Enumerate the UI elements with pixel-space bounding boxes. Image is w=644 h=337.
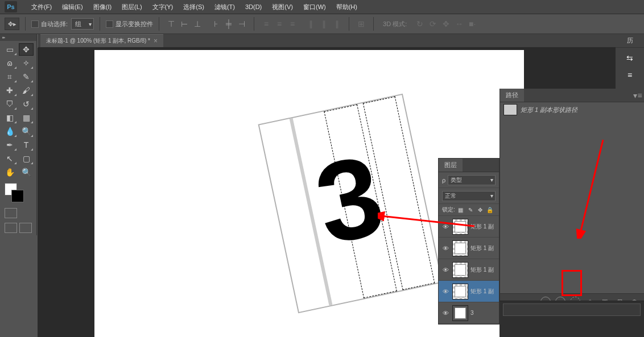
marquee-tool[interactable]: ▭ <box>2 43 17 56</box>
menu-view[interactable]: 视图(V) <box>267 3 298 11</box>
align-top-icon[interactable]: ⊤ <box>165 18 177 30</box>
blend-mode-dropdown[interactable]: 正常 <box>442 191 496 201</box>
hand-tool[interactable]: ✋ <box>2 166 17 178</box>
layer-visibility-icon[interactable]: 👁 <box>441 265 450 274</box>
layer-item[interactable]: 👁矩形 1 副 <box>439 238 499 259</box>
align-bottom-icon[interactable]: ⊥ <box>191 18 204 30</box>
clone-stamp-tool[interactable]: ⛉ <box>2 98 17 110</box>
healing-brush-tool[interactable]: ✚ <box>2 84 17 97</box>
menu-file[interactable]: 文件(F) <box>26 3 57 11</box>
layer-item[interactable]: 👁矩形 1 副 <box>439 259 499 281</box>
paths-panel: 路径 ▾≡ 矩形 1 副本形状路径 ● ○ ◇ ▣ ⊞ 🗑 <box>499 89 644 337</box>
menu-filter[interactable]: 滤镜(T) <box>209 3 240 11</box>
type-tool[interactable]: T <box>19 139 34 151</box>
show-transform-checkbox[interactable]: 显示变换控件 <box>106 20 153 28</box>
distribute-left-icon: ∥ <box>304 18 317 30</box>
screenmode-alt-icon[interactable] <box>19 223 32 233</box>
layers-mini-icon[interactable]: ≡ <box>623 68 637 82</box>
layer-item[interactable]: 👁矩形 1 副 <box>439 281 499 302</box>
3d-orbit-icon: ↻ <box>414 18 426 30</box>
color-swatches[interactable] <box>0 181 36 206</box>
align-group: ⊤ ⊢ ⊥ ⊦ ╪ ⊣ <box>165 18 248 30</box>
layer-visibility-icon[interactable]: 👁 <box>441 222 450 231</box>
eraser-tool[interactable]: ◧ <box>2 111 17 124</box>
auto-align-icon: ⊞ <box>355 18 368 30</box>
layer-item[interactable]: 👁矩形 1 副 <box>439 216 499 238</box>
auto-select-target-dropdown[interactable]: 组 <box>71 18 94 30</box>
blur-tool[interactable]: 💧 <box>2 125 17 138</box>
layer-visibility-icon[interactable]: 👁 <box>441 287 450 296</box>
menu-select[interactable]: 选择(S) <box>178 3 209 11</box>
path-name-label: 矩形 1 副本形状路径 <box>521 106 577 114</box>
eyedropper-tool[interactable]: ✎ <box>19 70 34 83</box>
align-vcenter-icon[interactable]: ⊢ <box>178 18 191 30</box>
menu-type[interactable]: 文字(Y) <box>147 3 179 11</box>
menu-layer[interactable]: 图层(L) <box>117 3 147 11</box>
zoom-tool[interactable]: 🔍 <box>19 166 34 178</box>
menu-image[interactable]: 图像(I) <box>88 3 117 11</box>
artwork-group: 3 <box>258 94 443 314</box>
tools-panel: ▭ ✥ ɷ ✧ ⌗ ✎ ✚ 🖌 ⛉ ↺ ◧ ▦ 💧 🔍 ✒ T ↖ ▢ ✋ 🔍 <box>0 34 37 235</box>
layer-item[interactable]: 👁T3 <box>439 302 499 324</box>
history-brush-tool[interactable]: ↺ <box>19 98 34 110</box>
align-left-icon[interactable]: ⊦ <box>209 18 222 30</box>
tools-collapse-handle[interactable] <box>0 34 36 41</box>
move-tool[interactable]: ✥ <box>19 43 34 56</box>
adjust-icon[interactable]: ⇆ <box>623 51 637 65</box>
screenmode-icon[interactable] <box>5 223 17 233</box>
crop-tool[interactable]: ⌗ <box>2 70 17 83</box>
brush-tool[interactable]: 🖌 <box>19 84 34 97</box>
3d-pan-icon: ✥ <box>440 18 452 30</box>
auto-select-checkbox[interactable]: 自动选择: <box>31 20 68 28</box>
path-select-tool[interactable]: ↖ <box>2 152 17 165</box>
menu-help[interactable]: 帮助(H) <box>331 3 362 11</box>
move-tool-preset-icon[interactable]: ✥▸ <box>5 18 19 30</box>
menu-3d[interactable]: 3D(D) <box>240 3 267 10</box>
shape-layer-thumbnail <box>452 284 468 299</box>
background-color-swatch[interactable] <box>11 190 24 202</box>
layer-name-label: 矩形 1 副 <box>470 244 494 252</box>
lock-position-icon[interactable]: ✥ <box>476 206 484 214</box>
lock-row: 锁定: ▦ ✎ ✥ 🔒 <box>439 204 499 216</box>
quickmask-standard-icon[interactable] <box>5 208 17 218</box>
pen-tool[interactable]: ✒ <box>2 139 17 151</box>
path-item[interactable]: 矩形 1 副本形状路径 <box>500 102 644 117</box>
lock-transparency-icon[interactable]: ▦ <box>457 206 465 214</box>
distribute-hcenter-icon: ∥ <box>317 18 330 30</box>
distribute-top-icon: ≡ <box>260 18 273 30</box>
close-tab-icon[interactable]: × <box>154 37 158 45</box>
document-tab[interactable]: 未标题-1 @ 100% (矩形 1 副本, RGB/8) * × <box>40 34 163 47</box>
lock-all-icon[interactable]: 🔒 <box>486 206 494 214</box>
layer-name-label: 3 <box>470 310 474 316</box>
gradient-tool[interactable]: ▦ <box>19 111 34 124</box>
3d-mode-label: 3D 模式: <box>383 20 407 28</box>
lock-pixels-icon[interactable]: ✎ <box>467 206 474 214</box>
shape-tool[interactable]: ▢ <box>19 152 34 165</box>
3d-roll-icon: ⟳ <box>427 18 439 30</box>
lasso-tool[interactable]: ɷ <box>2 57 17 69</box>
dodge-tool[interactable]: 🔍 <box>19 125 34 138</box>
path-thumbnail <box>503 104 517 115</box>
panel-menu-icon[interactable]: ▾≡ <box>631 90 644 101</box>
align-hcenter-icon[interactable]: ╪ <box>222 18 235 30</box>
layers-list: 👁矩形 1 副👁矩形 1 副👁矩形 1 副👁矩形 1 副👁T3 <box>439 216 499 324</box>
layer-filter-dropdown[interactable]: 类型 <box>448 175 496 185</box>
layer-visibility-icon[interactable]: 👁 <box>441 309 450 318</box>
options-bar: ✥▸ 自动选择: 组 显示变换控件 ⊤ ⊢ ⊥ ⊦ ╪ ⊣ ≡ ≡ ≡ ∥ ∥ … <box>0 14 644 34</box>
magic-wand-tool[interactable]: ✧ <box>19 57 34 69</box>
distribute-right-icon: ∥ <box>331 18 343 30</box>
history-mini-tab[interactable]: 历 <box>616 34 644 48</box>
distribute-vcenter-icon: ≡ <box>273 18 286 30</box>
menu-bar: Ps 文件(F) 编辑(E) 图像(I) 图层(L) 文字(Y) 选择(S) 滤… <box>0 0 644 14</box>
right-mini-dock: 历 ⇆ ≡ <box>616 34 644 89</box>
menu-edit[interactable]: 编辑(E) <box>57 3 88 11</box>
paths-panel-tab[interactable]: 路径 <box>500 89 524 102</box>
shape-layer-thumbnail <box>452 262 468 278</box>
menu-window[interactable]: 窗口(W) <box>298 3 331 11</box>
text-layer-thumbnail: T <box>452 305 468 321</box>
align-right-icon[interactable]: ⊣ <box>236 18 248 30</box>
layers-panel-tab[interactable]: 图层 <box>439 159 463 172</box>
auto-select-label: 自动选择: <box>41 20 68 28</box>
layer-visibility-icon[interactable]: 👁 <box>441 244 450 253</box>
shape-layer-thumbnail <box>452 219 468 235</box>
